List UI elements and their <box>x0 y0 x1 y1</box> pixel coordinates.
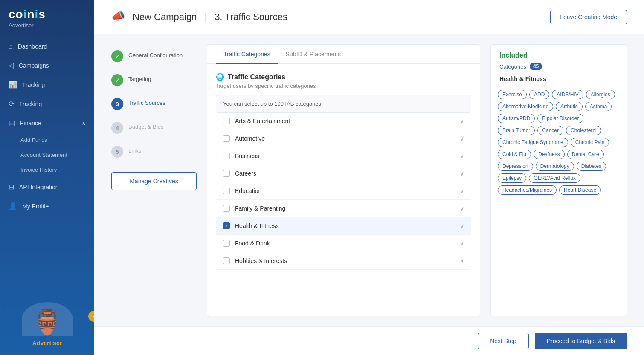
sidebar-item-label: Finance <box>20 120 41 127</box>
sidebar-item-api-integration[interactable]: ⊟ API Integration <box>0 177 94 196</box>
tag-dermatology[interactable]: Dermatology <box>536 162 574 171</box>
category-business[interactable]: Business ∨ <box>216 147 471 165</box>
sidebar: coinis Advertiser ⌂ Dashboard ◁ Campaign… <box>0 0 94 355</box>
category-health[interactable]: Health & Fitness ∨ <box>216 217 471 235</box>
step-4-circle: 4 <box>111 122 123 134</box>
sidebar-nav: ⌂ Dashboard ◁ Campaigns 📊 Tracking ⟳ Tra… <box>0 33 94 294</box>
tag-aids-hiv[interactable]: AIDS/HIV <box>552 90 583 99</box>
panel-body: 🌐 Traffic Categories Target users by spe… <box>207 64 480 316</box>
tag-dental-care[interactable]: Dental Care <box>567 150 604 159</box>
sidebar-item-dashboard[interactable]: ⌂ Dashboard <box>0 37 94 56</box>
sidebar-item-add-funds[interactable]: Add Funds <box>0 133 94 147</box>
tag-cold---flu[interactable]: Cold & Flu <box>498 150 531 159</box>
sidebar-item-tracking[interactable]: ⟳ Tracking <box>0 94 94 113</box>
chevron-down-icon: ∨ <box>460 205 464 212</box>
category-education[interactable]: Education ∨ <box>216 182 471 200</box>
tab-subid-placements[interactable]: SubID & Placements <box>278 45 348 64</box>
tracking-icon: ⟳ <box>9 100 14 108</box>
category-checkbox-business[interactable] <box>223 153 230 159</box>
manage-creatives-button[interactable]: Manage Creatives <box>111 172 197 190</box>
chevron-up-icon: ∧ <box>82 120 86 126</box>
tag-epilepsy[interactable]: Epilepsy <box>498 173 526 183</box>
chevron-down-icon: ∨ <box>460 170 464 177</box>
category-checkbox-family[interactable] <box>223 205 230 212</box>
home-icon: ⌂ <box>9 43 13 50</box>
tag-depression[interactable]: Depression <box>498 162 533 171</box>
tag-exercise[interactable]: Exercise <box>498 90 527 99</box>
category-family[interactable]: Family & Parenting ∨ <box>216 200 471 217</box>
category-name-automotive: Automotive <box>235 135 455 142</box>
chevron-down-icon: ∨ <box>460 240 464 247</box>
right-panel-body: ExerciseADDAIDS/HIVAllergiesAlternative … <box>491 90 627 316</box>
sidebar-item-reports[interactable]: 📊 Tracking <box>0 75 94 94</box>
sidebar-item-account-statement[interactable]: Account Statement <box>0 147 94 162</box>
tag-deafness[interactable]: Deafness <box>534 150 565 159</box>
tabs-header: Traffic Categories SubID & Placements <box>207 45 480 64</box>
right-panel-header: Included Categories 45 Health & Fitness <box>491 45 627 90</box>
sidebar-role: Advertiser <box>9 22 34 29</box>
tag-add[interactable]: ADD <box>529 90 549 99</box>
tag-cancer[interactable]: Cancer <box>537 126 563 135</box>
sidebar-item-invoice-history[interactable]: Invoice History <box>0 162 94 177</box>
tag-chronic-pain[interactable]: Chronic Pain <box>571 138 609 147</box>
avatar: 🏺 <box>22 302 73 336</box>
category-arts[interactable]: Arts & Entertainment ∨ <box>216 113 471 130</box>
tag-bipolar-disorder[interactable]: Bipolar Disorder <box>537 114 583 123</box>
section-title-text: Traffic Categories <box>228 73 285 81</box>
step-1: ✓ General Configuration <box>111 44 197 68</box>
sidebar-item-my-profile[interactable]: 👤 My Profile <box>0 196 94 216</box>
sidebar-item-campaigns[interactable]: ◁ Campaigns <box>0 56 94 75</box>
sidebar-item-finance[interactable]: ▤ Finance ∧ <box>0 113 94 133</box>
tag-asthma[interactable]: Asthma <box>585 102 612 111</box>
tag-heart-disease[interactable]: Heart Disease <box>559 185 601 195</box>
category-hobbies[interactable]: Hobbies & Interests ∧ <box>216 252 471 270</box>
sidebar-username: Advertiser <box>32 340 62 346</box>
category-name-health: Health & Fitness <box>235 222 455 229</box>
step-5-label: Links <box>128 146 141 154</box>
tag-arthritis[interactable]: Arthritis <box>556 102 583 111</box>
reports-icon: 📊 <box>9 81 17 89</box>
header-divider: | <box>204 12 207 23</box>
tag-headaches-migraines[interactable]: Headaches/Migraines <box>498 185 557 195</box>
leave-creating-mode-button[interactable]: Leave Creating Mode <box>550 10 627 24</box>
category-automotive[interactable]: Automotive ∨ <box>216 130 471 147</box>
category-list: Arts & Entertainment ∨ Automotive ∨ Busi… <box>216 113 471 307</box>
category-checkbox-hobbies[interactable] <box>223 257 230 264</box>
tag-diabetes[interactable]: Diabetes <box>577 162 606 171</box>
tag-autism-pdd[interactable]: Autism/PDD <box>498 114 535 123</box>
tag-alternative-medicine[interactable]: Alternative Medicine <box>498 102 553 111</box>
step-2-label: Targeting <box>128 74 151 82</box>
category-checkbox-arts[interactable] <box>223 118 230 124</box>
category-group-title: Health & Fitness <box>499 75 618 82</box>
category-careers[interactable]: Careers ∨ <box>216 165 471 182</box>
category-checkbox-education[interactable] <box>223 188 230 194</box>
category-checkbox-health[interactable] <box>223 222 230 229</box>
page-header: 📣 New Campaign | 3. Traffic Sources Leav… <box>94 0 644 34</box>
next-step-button[interactable]: Next Step <box>478 333 528 349</box>
main-content: 📣 New Campaign | 3. Traffic Sources Leav… <box>94 0 644 355</box>
globe-icon: 🌐 <box>216 73 224 81</box>
tab-traffic-categories[interactable]: Traffic Categories <box>216 45 278 64</box>
categories-info: You can select up to 100 IAB categories. <box>216 95 471 113</box>
tag-gerd-acid-reflux[interactable]: GERD/Acid Reflux <box>529 173 580 183</box>
step-5: 5 Links <box>111 140 197 164</box>
tags-container: ExerciseADDAIDS/HIVAllergiesAlternative … <box>498 90 620 200</box>
tag-cholesterol[interactable]: Cholesterol <box>566 126 601 135</box>
category-food[interactable]: Food & Drink ∨ <box>216 235 471 252</box>
tag-allergies[interactable]: Allergies <box>586 90 615 99</box>
step-3[interactable]: 3 Traffic Sources <box>111 92 197 116</box>
content-area: ✓ General Configuration ✓ Targeting 3 Tr… <box>94 34 644 326</box>
step-2: ✓ Targeting <box>111 68 197 92</box>
categories-count-badge: 45 <box>530 63 542 70</box>
steps-panel: ✓ General Configuration ✓ Targeting 3 Tr… <box>111 44 197 316</box>
category-checkbox-careers[interactable] <box>223 170 230 177</box>
proceed-button[interactable]: Proceed to Budget & Bids <box>535 333 627 349</box>
category-checkbox-food[interactable] <box>223 240 230 247</box>
step-5-circle: 5 <box>111 146 123 158</box>
tag-brain-tumor[interactable]: Brain Tumor <box>498 126 535 135</box>
category-checkbox-automotive[interactable] <box>223 135 230 142</box>
step-4-label: Budget & Bids <box>128 122 163 130</box>
sidebar-collapse-button[interactable]: ‹ <box>88 311 94 322</box>
chevron-down-icon: ∨ <box>460 118 464 124</box>
tag-chronic-fatigue-syndrome[interactable]: Chronic Fatigue Syndrome <box>498 138 568 147</box>
